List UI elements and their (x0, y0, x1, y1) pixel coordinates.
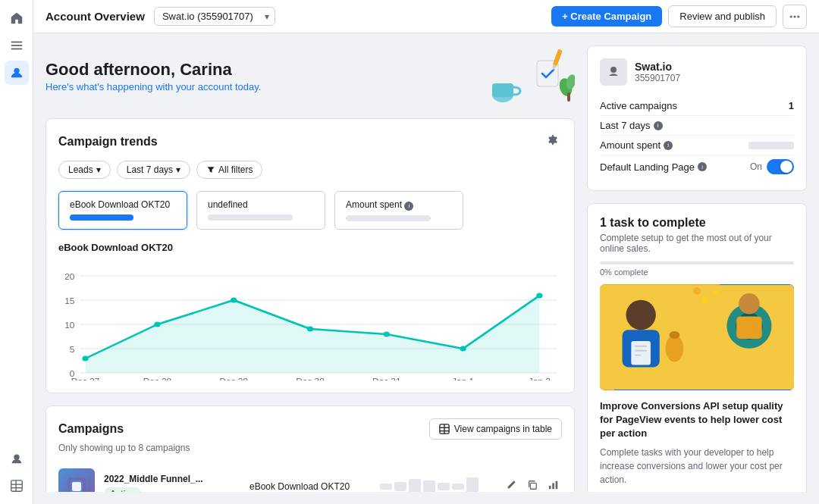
svg-point-37 (536, 293, 542, 298)
chart-area: 0 5 10 15 20 (58, 259, 562, 380)
sidebar (0, 0, 33, 504)
svg-text:15: 15 (64, 296, 74, 305)
greeting-title: Good afternoon, Carina (46, 60, 261, 80)
stat-label-amount: Amount spent i (600, 139, 673, 151)
progress-label: 0% complete (600, 268, 794, 277)
svg-point-34 (307, 326, 313, 331)
view-campaigns-table-button[interactable]: View campaigns in table (429, 418, 562, 440)
greeting-subtitle: Here's what's happening with your accoun… (46, 81, 261, 92)
table-icon (439, 424, 450, 434)
edit-icon (506, 480, 516, 490)
svg-rect-0 (11, 42, 21, 43)
svg-point-3 (14, 68, 19, 74)
campaign-metric: eBook Download OKT20 (249, 481, 371, 492)
svg-rect-1 (11, 45, 21, 46)
sidebar-home-icon[interactable] (5, 6, 29, 30)
svg-point-9 (790, 15, 792, 17)
chart-campaign-button[interactable] (545, 477, 562, 492)
sidebar-person-icon[interactable] (5, 446, 29, 471)
svg-rect-5 (11, 481, 21, 491)
campaign-bar-chart (380, 474, 494, 493)
task-image-svg (600, 284, 794, 390)
days-filter-button[interactable]: Last 7 days ▾ (117, 161, 190, 179)
landing-page-toggle[interactable] (767, 159, 794, 174)
svg-point-31 (82, 355, 88, 361)
toggle-wrapper: On (750, 159, 794, 174)
table-row: 2022_Middle Funnel_... Active eBook Down… (58, 462, 562, 493)
all-filters-button[interactable]: All filters (196, 161, 262, 179)
svg-point-33 (231, 297, 237, 302)
settings-button[interactable] (544, 131, 562, 152)
right-column: Swat.io 355901707 Active campaigns 1 Las… (587, 45, 807, 492)
greeting-text: Good afternoon, Carina Here's what's hap… (46, 60, 261, 92)
svg-point-36 (460, 346, 466, 351)
campaign-status-badge: Active (104, 487, 141, 493)
chart-icon (548, 480, 559, 490)
stat-default-landing: Default Landing Page i On (600, 155, 794, 178)
svg-point-67 (739, 293, 760, 315)
task-card: 1 task to complete Complete setup to get… (587, 203, 807, 492)
svg-text:Dec 28: Dec 28 (143, 377, 172, 380)
campaign-name: 2022_Middle Funnel_... (104, 474, 225, 484)
trend-chart: 0 5 10 15 20 (58, 259, 562, 380)
svg-rect-68 (736, 316, 761, 339)
svg-point-71 (693, 287, 701, 295)
svg-rect-51 (72, 482, 81, 491)
create-campaign-button[interactable]: + Create Campaign (551, 6, 662, 27)
sidebar-menu-icon[interactable] (5, 33, 29, 58)
task-illustration (600, 284, 794, 390)
bar-3 (409, 479, 421, 493)
chart-title: eBook Download OKT20 (58, 242, 562, 253)
metric-card-1[interactable]: eBook Download OKT20 (58, 191, 187, 230)
amount-info-icon[interactable]: i (404, 202, 413, 211)
campaigns-title: Campaigns (58, 422, 124, 436)
svg-rect-19 (567, 92, 570, 102)
landing-info-icon[interactable]: i (698, 162, 707, 171)
more-options-button[interactable] (783, 5, 807, 29)
copy-campaign-button[interactable] (524, 477, 541, 492)
metric-card-3[interactable]: Amount spent i (334, 191, 463, 230)
stat-label-7days: Last 7 days i (600, 120, 663, 131)
metric-bar-1 (70, 214, 133, 221)
gear-icon (547, 134, 559, 146)
stat-active-campaigns: Active campaigns 1 (600, 96, 794, 116)
svg-text:10: 10 (64, 321, 74, 329)
svg-text:Dec 29: Dec 29 (219, 377, 248, 380)
task-subtitle: Complete setup to get the most out of yo… (600, 233, 794, 254)
top-header: Account Overview Swat.io (355901707) + C… (33, 0, 819, 33)
amount-spent-info-icon[interactable]: i (664, 141, 673, 150)
metric-name-3: Amount spent i (346, 199, 452, 211)
metric-placeholder-3 (346, 215, 431, 221)
task-desc-title: Improve Conversions API setup quality fo… (600, 399, 794, 441)
svg-rect-53 (530, 483, 536, 489)
task-title: 1 task to complete (600, 216, 794, 230)
stat-label-active: Active campaigns (600, 100, 677, 111)
svg-point-73 (670, 331, 680, 339)
bar-7 (466, 477, 479, 493)
bar-5 (438, 483, 450, 490)
account-select[interactable]: Swat.io (355901707) (154, 7, 275, 26)
review-publish-button[interactable]: Review and publish (668, 5, 777, 27)
metric-row: eBook Download OKT20 undefined Amount sp… (58, 191, 562, 230)
metric-card-2[interactable]: undefined (196, 191, 325, 230)
bar-6 (452, 484, 464, 490)
svg-text:Dec 31: Dec 31 (372, 377, 401, 380)
svg-point-32 (154, 321, 160, 327)
account-id: 355901707 (635, 73, 680, 83)
sidebar-table-icon[interactable] (5, 474, 29, 498)
metric-name-2: undefined (208, 199, 314, 210)
campaign-thumbnail (58, 468, 95, 493)
account-selector-wrapper: Swat.io (355901707) (154, 7, 275, 26)
last7days-info-icon[interactable]: i (654, 121, 663, 130)
task-desc-body: Complete tasks with your developer to he… (600, 446, 794, 487)
svg-point-72 (666, 335, 684, 362)
leads-chevron-icon: ▾ (96, 164, 101, 175)
svg-text:Jan 2: Jan 2 (529, 377, 551, 380)
sidebar-account-icon[interactable] (5, 61, 29, 85)
edit-campaign-button[interactable] (503, 477, 519, 492)
copy-icon (527, 480, 538, 490)
svg-rect-2 (11, 49, 21, 50)
leads-filter-button[interactable]: Leads ▾ (58, 161, 111, 179)
page-title: Account Overview (46, 10, 145, 23)
amount-spent-bar (748, 142, 794, 149)
